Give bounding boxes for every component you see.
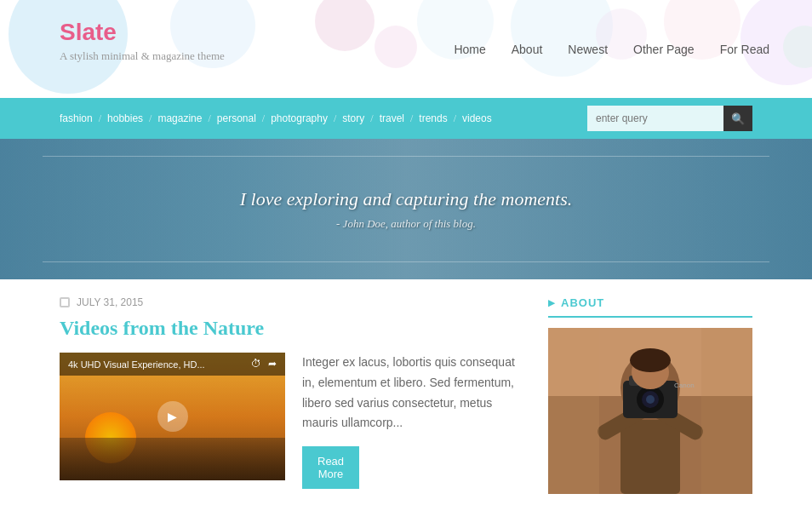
category-link-travel[interactable]: travel (380, 112, 404, 124)
category-link-magazine[interactable]: magazine (157, 112, 202, 124)
category-separator: / (262, 112, 265, 125)
search-button[interactable]: 🔍 (723, 106, 752, 131)
main-nav: HomeAboutNewestOther PageFor Read (454, 0, 769, 98)
svg-text:Canon: Canon (674, 382, 695, 389)
category-link-trends[interactable]: trends (419, 112, 447, 124)
article-date: JULY 31, 2015 (60, 296, 523, 308)
category-link-fashion[interactable]: fashion (60, 112, 93, 124)
logo-title[interactable]: Slate (60, 19, 225, 46)
header-bubble (783, 26, 812, 68)
nav-item-home[interactable]: Home (454, 43, 485, 56)
hero-content: I love exploring and capturing the momen… (240, 188, 572, 231)
video-overlay: 4k UHD Visual Experience, HD... ⏱ ➦ (60, 353, 285, 376)
category-separator: / (454, 112, 456, 125)
article-title: Videos from the Nature (60, 317, 523, 340)
header-bubble (375, 26, 417, 68)
read-more-button[interactable]: Read More (302, 446, 359, 489)
calendar-icon (60, 297, 70, 307)
nav-item-about[interactable]: About (512, 43, 543, 56)
category-separator: / (410, 112, 413, 125)
sidebar-about-title: ▶ ABOUT (548, 296, 752, 318)
video-thumbnail[interactable]: 4k UHD Visual Experience, HD... ⏱ ➦ ▶ (60, 353, 285, 480)
article-text: Integer ex lacus, lobortis quis consequa… (302, 353, 523, 489)
video-label: 4k UHD Visual Experience, HD... (68, 359, 205, 370)
category-separator: / (149, 112, 152, 125)
header-bubble (315, 0, 375, 51)
hero-line-top (43, 156, 769, 157)
category-link-hobbies[interactable]: hobbies (107, 112, 143, 124)
search-area: 🔍 (587, 106, 752, 131)
search-input[interactable] (587, 106, 723, 131)
sidebar-arrow-icon: ▶ (548, 298, 556, 307)
category-link-story[interactable]: story (342, 112, 364, 124)
main-content: JULY 31, 2015 Videos from the Nature 4k … (0, 279, 812, 511)
nav-item-for-read[interactable]: For Read (720, 43, 769, 56)
sidebar-about-label: ABOUT (561, 296, 604, 309)
share-icon: ➦ (268, 358, 277, 370)
category-separator: / (370, 112, 373, 125)
about-photo-svg: Canon (548, 328, 752, 494)
logo-area: Slate A stylish minimal & magazine theme (60, 19, 225, 63)
category-separator: / (99, 112, 101, 125)
hero-author: - John Doe, author of this blog. (240, 217, 572, 231)
sidebar: ▶ ABOUT (548, 296, 752, 494)
svg-rect-3 (620, 420, 680, 494)
category-link-photography[interactable]: photography (271, 112, 328, 124)
article-date-text: JULY 31, 2015 (77, 296, 143, 308)
hero-quote: I love exploring and capturing the momen… (240, 188, 572, 210)
header: Slate A stylish minimal & magazine theme… (0, 0, 812, 98)
svg-rect-14 (548, 328, 599, 494)
clock-icon: ⏱ (251, 358, 261, 370)
hero-line-bottom (43, 261, 769, 262)
logo-tagline: A stylish minimal & magazine theme (60, 49, 225, 63)
content-left: JULY 31, 2015 Videos from the Nature 4k … (60, 296, 523, 494)
video-icons: ⏱ ➦ (251, 358, 277, 370)
article-excerpt: Integer ex lacus, lobortis quis consequa… (302, 353, 523, 433)
category-separator: / (208, 112, 210, 125)
horizon-decoration (60, 438, 285, 480)
hero-banner: I love exploring and capturing the momen… (0, 139, 812, 279)
svg-point-12 (630, 348, 671, 372)
category-separator: / (334, 112, 336, 125)
category-links: fashion/hobbies/magazine/personal/photog… (60, 112, 492, 125)
category-bar: fashion/hobbies/magazine/personal/photog… (0, 98, 812, 139)
category-link-personal[interactable]: personal (217, 112, 256, 124)
article-body: 4k UHD Visual Experience, HD... ⏱ ➦ ▶ In… (60, 353, 523, 489)
nav-item-other-page[interactable]: Other Page (633, 43, 695, 56)
svg-point-10 (646, 395, 655, 404)
category-link-videos[interactable]: videos (462, 112, 492, 124)
play-button[interactable]: ▶ (157, 401, 188, 432)
svg-rect-15 (701, 328, 752, 494)
nav-item-newest[interactable]: Newest (568, 43, 608, 56)
about-photo: Canon (548, 328, 752, 494)
